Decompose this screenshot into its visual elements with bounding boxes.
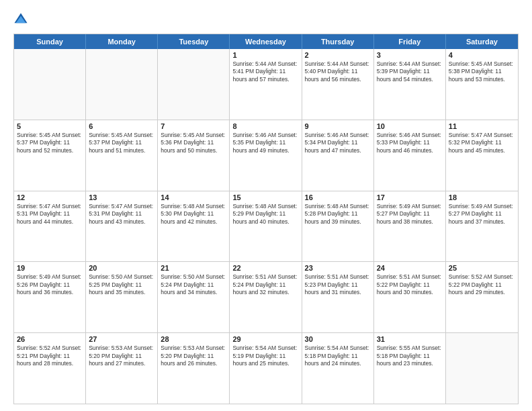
calendar-cell: 12Sunrise: 5:47 AM Sunset: 5:31 PM Dayli… (14, 191, 86, 262)
calendar-cell: 4Sunrise: 5:45 AM Sunset: 5:38 PM Daylig… (446, 49, 518, 120)
day-info: Sunrise: 5:48 AM Sunset: 5:29 PM Dayligh… (232, 203, 298, 226)
header-day-saturday: Saturday (446, 34, 518, 49)
header-day-monday: Monday (86, 34, 158, 49)
header-day-sunday: Sunday (14, 34, 86, 49)
day-number: 4 (449, 51, 515, 59)
day-number: 21 (161, 264, 226, 272)
calendar-cell: 20Sunrise: 5:50 AM Sunset: 5:25 PM Dayli… (86, 262, 158, 332)
day-number: 17 (377, 193, 443, 201)
day-number: 3 (377, 51, 443, 59)
day-number: 28 (161, 335, 226, 343)
calendar-cell (158, 49, 230, 120)
calendar-cell: 7Sunrise: 5:45 AM Sunset: 5:36 PM Daylig… (158, 120, 230, 191)
day-info: Sunrise: 5:44 AM Sunset: 5:39 PM Dayligh… (377, 60, 443, 83)
calendar-cell: 28Sunrise: 5:53 AM Sunset: 5:20 PM Dayli… (158, 333, 230, 404)
day-info: Sunrise: 5:46 AM Sunset: 5:35 PM Dayligh… (232, 132, 298, 154)
calendar-cell (446, 333, 518, 404)
header-day-thursday: Thursday (302, 34, 374, 49)
day-info: Sunrise: 5:52 AM Sunset: 5:21 PM Dayligh… (17, 345, 83, 367)
calendar-cell: 14Sunrise: 5:48 AM Sunset: 5:30 PM Dayli… (158, 191, 230, 262)
day-info: Sunrise: 5:45 AM Sunset: 5:36 PM Dayligh… (161, 132, 226, 154)
calendar-cell: 13Sunrise: 5:47 AM Sunset: 5:31 PM Dayli… (86, 191, 158, 262)
day-number: 16 (305, 193, 371, 201)
day-number: 20 (89, 264, 154, 272)
calendar-cell: 15Sunrise: 5:48 AM Sunset: 5:29 PM Dayli… (230, 191, 302, 262)
day-number: 29 (232, 335, 298, 343)
calendar-cell: 26Sunrise: 5:52 AM Sunset: 5:21 PM Dayli… (14, 333, 86, 404)
day-info: Sunrise: 5:53 AM Sunset: 5:20 PM Dayligh… (89, 345, 154, 367)
day-info: Sunrise: 5:54 AM Sunset: 5:19 PM Dayligh… (232, 345, 298, 367)
day-number: 5 (17, 122, 83, 130)
calendar-cell: 30Sunrise: 5:54 AM Sunset: 5:18 PM Dayli… (302, 333, 374, 404)
calendar-cell: 10Sunrise: 5:46 AM Sunset: 5:33 PM Dayli… (374, 120, 446, 191)
calendar-cell: 6Sunrise: 5:45 AM Sunset: 5:37 PM Daylig… (86, 120, 158, 191)
day-number: 26 (17, 335, 83, 343)
day-number: 19 (17, 264, 83, 272)
day-info: Sunrise: 5:50 AM Sunset: 5:24 PM Dayligh… (161, 273, 226, 296)
calendar-cell: 22Sunrise: 5:51 AM Sunset: 5:24 PM Dayli… (230, 262, 302, 332)
day-number: 8 (232, 122, 298, 130)
calendar-cell: 2Sunrise: 5:44 AM Sunset: 5:40 PM Daylig… (302, 49, 374, 120)
day-info: Sunrise: 5:53 AM Sunset: 5:20 PM Dayligh… (161, 345, 226, 367)
calendar-cell: 23Sunrise: 5:51 AM Sunset: 5:23 PM Dayli… (302, 262, 374, 332)
calendar-week-1: 1Sunrise: 5:44 AM Sunset: 5:41 PM Daylig… (14, 49, 518, 120)
day-number: 13 (89, 193, 154, 201)
day-number: 31 (377, 335, 443, 343)
page: SundayMondayTuesdayWednesdayThursdayFrid… (0, 0, 532, 411)
logo (13, 12, 30, 27)
day-info: Sunrise: 5:51 AM Sunset: 5:24 PM Dayligh… (232, 273, 298, 296)
day-number: 27 (89, 335, 154, 343)
calendar-week-3: 12Sunrise: 5:47 AM Sunset: 5:31 PM Dayli… (14, 191, 518, 262)
day-info: Sunrise: 5:47 AM Sunset: 5:32 PM Dayligh… (449, 132, 515, 154)
calendar-cell: 31Sunrise: 5:55 AM Sunset: 5:18 PM Dayli… (374, 333, 446, 404)
day-info: Sunrise: 5:54 AM Sunset: 5:18 PM Dayligh… (305, 345, 371, 367)
day-number: 22 (232, 264, 298, 272)
calendar-cell: 11Sunrise: 5:47 AM Sunset: 5:32 PM Dayli… (446, 120, 518, 191)
calendar-cell: 9Sunrise: 5:46 AM Sunset: 5:34 PM Daylig… (302, 120, 374, 191)
day-info: Sunrise: 5:46 AM Sunset: 5:34 PM Dayligh… (305, 132, 371, 154)
day-number: 23 (305, 264, 371, 272)
calendar-cell: 17Sunrise: 5:49 AM Sunset: 5:27 PM Dayli… (374, 191, 446, 262)
day-info: Sunrise: 5:49 AM Sunset: 5:26 PM Dayligh… (17, 273, 83, 296)
calendar-cell: 5Sunrise: 5:45 AM Sunset: 5:37 PM Daylig… (14, 120, 86, 191)
day-number: 11 (449, 122, 515, 130)
day-info: Sunrise: 5:44 AM Sunset: 5:41 PM Dayligh… (232, 60, 298, 83)
day-info: Sunrise: 5:55 AM Sunset: 5:18 PM Dayligh… (377, 345, 443, 367)
day-number: 24 (377, 264, 443, 272)
logo-icon (13, 12, 28, 27)
calendar-cell: 3Sunrise: 5:44 AM Sunset: 5:39 PM Daylig… (374, 49, 446, 120)
calendar-cell: 24Sunrise: 5:51 AM Sunset: 5:22 PM Dayli… (374, 262, 446, 332)
day-info: Sunrise: 5:45 AM Sunset: 5:37 PM Dayligh… (17, 132, 83, 154)
day-info: Sunrise: 5:51 AM Sunset: 5:22 PM Dayligh… (377, 273, 443, 296)
day-info: Sunrise: 5:52 AM Sunset: 5:22 PM Dayligh… (449, 273, 515, 296)
day-info: Sunrise: 5:46 AM Sunset: 5:33 PM Dayligh… (377, 132, 443, 154)
day-number: 14 (161, 193, 226, 201)
calendar-cell (14, 49, 86, 120)
calendar-cell: 16Sunrise: 5:48 AM Sunset: 5:28 PM Dayli… (302, 191, 374, 262)
day-number: 30 (305, 335, 371, 343)
day-info: Sunrise: 5:48 AM Sunset: 5:30 PM Dayligh… (161, 203, 226, 226)
calendar-cell: 8Sunrise: 5:46 AM Sunset: 5:35 PM Daylig… (230, 120, 302, 191)
day-info: Sunrise: 5:44 AM Sunset: 5:40 PM Dayligh… (305, 60, 371, 83)
calendar-cell: 27Sunrise: 5:53 AM Sunset: 5:20 PM Dayli… (86, 333, 158, 404)
day-info: Sunrise: 5:47 AM Sunset: 5:31 PM Dayligh… (17, 203, 83, 226)
calendar-cell: 18Sunrise: 5:49 AM Sunset: 5:27 PM Dayli… (446, 191, 518, 262)
header-day-friday: Friday (374, 34, 446, 49)
day-number: 1 (232, 51, 298, 59)
day-info: Sunrise: 5:45 AM Sunset: 5:37 PM Dayligh… (89, 132, 154, 154)
day-number: 9 (305, 122, 371, 130)
calendar-week-4: 19Sunrise: 5:49 AM Sunset: 5:26 PM Dayli… (14, 261, 518, 332)
calendar-cell: 1Sunrise: 5:44 AM Sunset: 5:41 PM Daylig… (230, 49, 302, 120)
calendar-header: SundayMondayTuesdayWednesdayThursdayFrid… (14, 34, 518, 49)
calendar: SundayMondayTuesdayWednesdayThursdayFrid… (13, 34, 519, 404)
calendar-cell (86, 49, 158, 120)
calendar-week-2: 5Sunrise: 5:45 AM Sunset: 5:37 PM Daylig… (14, 120, 518, 191)
day-number: 2 (305, 51, 371, 59)
calendar-body: 1Sunrise: 5:44 AM Sunset: 5:41 PM Daylig… (14, 49, 518, 404)
header-day-wednesday: Wednesday (230, 34, 302, 49)
calendar-cell: 25Sunrise: 5:52 AM Sunset: 5:22 PM Dayli… (446, 262, 518, 332)
header-day-tuesday: Tuesday (158, 34, 230, 49)
calendar-week-5: 26Sunrise: 5:52 AM Sunset: 5:21 PM Dayli… (14, 332, 518, 404)
day-info: Sunrise: 5:49 AM Sunset: 5:27 PM Dayligh… (377, 203, 443, 226)
day-number: 7 (161, 122, 226, 130)
